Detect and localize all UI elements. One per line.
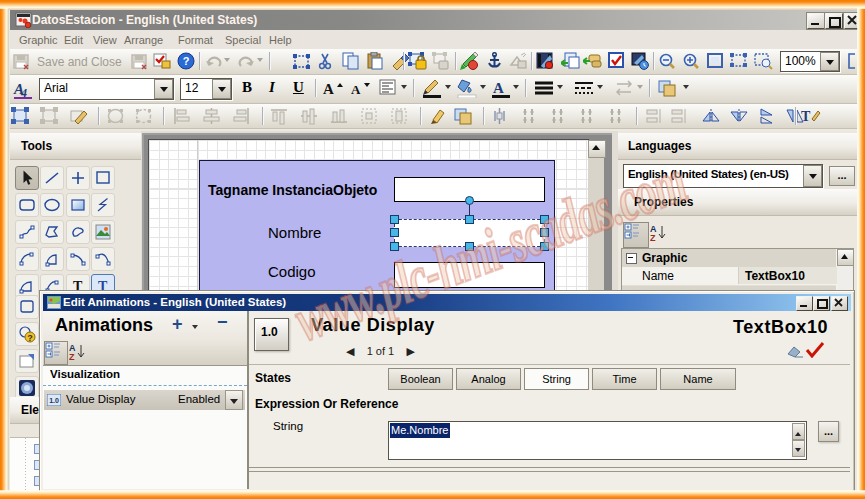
svg-text:A: A [351,82,361,97]
svg-text:A: A [493,80,504,96]
svg-text:Z: Z [69,352,75,361]
svg-text:?: ? [183,55,190,67]
svg-text:Z: Z [650,233,656,242]
svg-text:A: A [323,81,334,97]
svg-text:?: ? [27,333,33,343]
svg-text:T: T [801,109,811,124]
svg-text:1.0: 1.0 [49,397,59,404]
